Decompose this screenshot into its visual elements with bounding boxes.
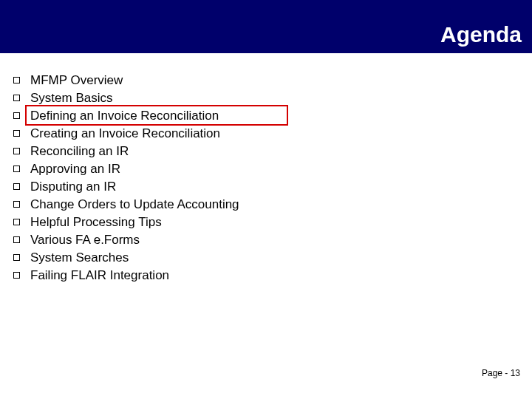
list-item: Helpful Processing Tips (13, 213, 532, 231)
list-item: Disputing an IR (13, 177, 532, 195)
square-bullet-icon (13, 112, 20, 119)
square-bullet-icon (13, 166, 20, 172)
square-bullet-icon (13, 236, 20, 243)
list-item-label: Change Orders to Update Accounting (30, 198, 239, 211)
list-item-label: Approving an IR (30, 163, 120, 175)
list-item: Reconciling an IR (13, 142, 532, 160)
list-item-label: Various FA e.Forms (30, 233, 140, 246)
list-item: System Basics (13, 89, 532, 106)
list-item-label: Reconciling an IR (30, 145, 129, 157)
square-bullet-icon (13, 219, 20, 225)
square-bullet-icon (13, 201, 20, 208)
agenda-list: MFMP Overview System Basics Defining an … (0, 53, 532, 284)
square-bullet-icon (13, 272, 20, 279)
list-item-label: System Searches (30, 251, 129, 264)
square-bullet-icon (13, 130, 20, 137)
list-item-label: Failing FLAIR Integration (30, 269, 169, 282)
list-item: Creating an Invoice Reconciliation (13, 124, 532, 142)
list-item: MFMP Overview (13, 71, 532, 89)
list-item: Failing FLAIR Integration (13, 266, 532, 284)
list-item: Defining an Invoice Reconciliation (13, 106, 532, 124)
list-item-label: Creating an Invoice Reconciliation (30, 127, 220, 140)
slide-header: Agenda (0, 0, 532, 53)
list-item: Change Orders to Update Accounting (13, 195, 532, 213)
list-item-label: Disputing an IR (30, 180, 116, 193)
list-item-label: Defining an Invoice Reconciliation (30, 109, 219, 122)
page-number: Page - 13 (482, 368, 520, 378)
square-bullet-icon (13, 77, 20, 83)
list-item-label: System Basics (30, 92, 112, 104)
list-item-label: Helpful Processing Tips (30, 216, 162, 228)
square-bullet-icon (13, 148, 20, 154)
square-bullet-icon (13, 183, 20, 190)
list-item: Approving an IR (13, 160, 532, 177)
list-item-label: MFMP Overview (30, 74, 123, 86)
list-item: Various FA e.Forms (13, 231, 532, 248)
square-bullet-icon (13, 254, 20, 261)
list-item: System Searches (13, 248, 532, 266)
square-bullet-icon (13, 95, 20, 101)
slide-title: Agenda (440, 22, 522, 47)
